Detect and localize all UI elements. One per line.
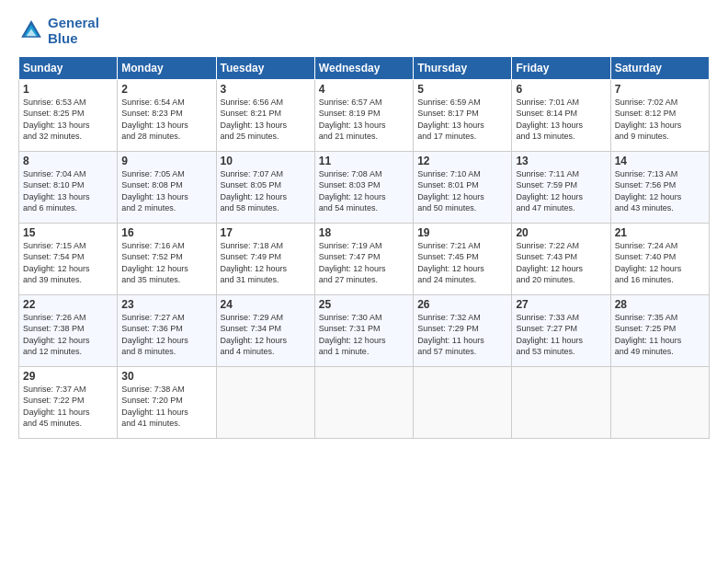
calendar-row: 1Sunrise: 6:53 AM Sunset: 8:25 PM Daylig… <box>19 79 710 151</box>
calendar-cell: 5Sunrise: 6:59 AM Sunset: 8:17 PM Daylig… <box>414 79 512 151</box>
weekday-header-cell: Saturday <box>610 56 709 79</box>
day-number: 11 <box>319 155 409 167</box>
calendar-cell: 16Sunrise: 7:16 AM Sunset: 7:52 PM Dayli… <box>118 223 216 294</box>
day-number: 26 <box>417 298 507 311</box>
day-number: 29 <box>23 370 113 383</box>
day-info: Sunrise: 7:21 AM Sunset: 7:45 PM Dayligh… <box>417 240 507 286</box>
day-info: Sunrise: 7:13 AM Sunset: 7:56 PM Dayligh… <box>615 168 705 214</box>
calendar-cell: 2Sunrise: 6:54 AM Sunset: 8:23 PM Daylig… <box>118 79 216 151</box>
day-number: 14 <box>615 155 705 167</box>
calendar-cell: 17Sunrise: 7:18 AM Sunset: 7:49 PM Dayli… <box>216 223 314 294</box>
calendar-cell: 26Sunrise: 7:32 AM Sunset: 7:29 PM Dayli… <box>414 294 512 366</box>
day-info: Sunrise: 7:22 AM Sunset: 7:43 PM Dayligh… <box>516 240 606 286</box>
calendar-cell: 20Sunrise: 7:22 AM Sunset: 7:43 PM Dayli… <box>512 223 610 294</box>
day-number: 12 <box>417 155 507 167</box>
calendar-cell: 28Sunrise: 7:35 AM Sunset: 7:25 PM Dayli… <box>610 294 709 366</box>
day-info: Sunrise: 7:27 AM Sunset: 7:36 PM Dayligh… <box>121 312 211 358</box>
calendar-cell <box>216 366 314 438</box>
calendar-table: SundayMondayTuesdayWednesdayThursdayFrid… <box>18 56 710 439</box>
calendar-cell <box>414 366 512 438</box>
day-info: Sunrise: 6:59 AM Sunset: 8:17 PM Dayligh… <box>417 97 507 143</box>
day-number: 18 <box>319 226 409 239</box>
logo-icon <box>18 17 44 43</box>
calendar-cell: 25Sunrise: 7:30 AM Sunset: 7:31 PM Dayli… <box>314 294 413 366</box>
calendar-cell: 12Sunrise: 7:10 AM Sunset: 8:01 PM Dayli… <box>414 151 512 223</box>
calendar-row: 29Sunrise: 7:37 AM Sunset: 7:22 PM Dayli… <box>19 366 710 438</box>
calendar-cell: 8Sunrise: 7:04 AM Sunset: 8:10 PM Daylig… <box>19 151 118 223</box>
calendar-cell: 3Sunrise: 6:56 AM Sunset: 8:21 PM Daylig… <box>216 79 314 151</box>
calendar-cell: 27Sunrise: 7:33 AM Sunset: 7:27 PM Dayli… <box>512 294 610 366</box>
calendar-cell: 21Sunrise: 7:24 AM Sunset: 7:40 PM Dayli… <box>610 223 709 294</box>
calendar-cell <box>314 366 413 438</box>
day-number: 15 <box>23 226 113 239</box>
calendar-row: 8Sunrise: 7:04 AM Sunset: 8:10 PM Daylig… <box>19 151 710 223</box>
calendar-row: 15Sunrise: 7:15 AM Sunset: 7:54 PM Dayli… <box>19 223 710 294</box>
day-number: 9 <box>121 155 211 167</box>
logo: General Blue <box>18 15 99 47</box>
day-info: Sunrise: 6:57 AM Sunset: 8:19 PM Dayligh… <box>319 97 409 143</box>
weekday-header-cell: Wednesday <box>314 56 413 79</box>
calendar-cell: 30Sunrise: 7:38 AM Sunset: 7:20 PM Dayli… <box>118 366 216 438</box>
day-info: Sunrise: 7:30 AM Sunset: 7:31 PM Dayligh… <box>319 312 409 358</box>
day-info: Sunrise: 6:54 AM Sunset: 8:23 PM Dayligh… <box>121 97 211 143</box>
day-info: Sunrise: 7:33 AM Sunset: 7:27 PM Dayligh… <box>516 312 606 358</box>
day-number: 17 <box>221 226 311 239</box>
day-info: Sunrise: 7:35 AM Sunset: 7:25 PM Dayligh… <box>615 312 705 358</box>
day-info: Sunrise: 7:15 AM Sunset: 7:54 PM Dayligh… <box>23 240 113 286</box>
day-number: 5 <box>417 83 507 96</box>
calendar-cell: 14Sunrise: 7:13 AM Sunset: 7:56 PM Dayli… <box>610 151 709 223</box>
calendar-cell: 18Sunrise: 7:19 AM Sunset: 7:47 PM Dayli… <box>314 223 413 294</box>
weekday-header-cell: Tuesday <box>216 56 314 79</box>
day-info: Sunrise: 7:24 AM Sunset: 7:40 PM Dayligh… <box>615 240 705 286</box>
day-info: Sunrise: 7:04 AM Sunset: 8:10 PM Dayligh… <box>23 168 113 214</box>
calendar-cell: 11Sunrise: 7:08 AM Sunset: 8:03 PM Dayli… <box>314 151 413 223</box>
day-number: 8 <box>23 155 113 167</box>
calendar-body: 1Sunrise: 6:53 AM Sunset: 8:25 PM Daylig… <box>19 79 710 438</box>
calendar-cell: 9Sunrise: 7:05 AM Sunset: 8:08 PM Daylig… <box>118 151 216 223</box>
day-info: Sunrise: 7:02 AM Sunset: 8:12 PM Dayligh… <box>615 97 705 143</box>
weekday-header-cell: Sunday <box>19 56 118 79</box>
calendar-cell: 10Sunrise: 7:07 AM Sunset: 8:05 PM Dayli… <box>216 151 314 223</box>
day-number: 21 <box>615 226 705 239</box>
day-number: 23 <box>121 298 211 311</box>
weekday-header-cell: Friday <box>512 56 610 79</box>
day-info: Sunrise: 6:53 AM Sunset: 8:25 PM Dayligh… <box>23 97 113 143</box>
day-info: Sunrise: 6:56 AM Sunset: 8:21 PM Dayligh… <box>221 97 311 143</box>
day-info: Sunrise: 7:18 AM Sunset: 7:49 PM Dayligh… <box>221 240 311 286</box>
calendar-cell: 24Sunrise: 7:29 AM Sunset: 7:34 PM Dayli… <box>216 294 314 366</box>
day-number: 3 <box>221 83 311 96</box>
calendar-cell <box>512 366 610 438</box>
calendar-cell: 19Sunrise: 7:21 AM Sunset: 7:45 PM Dayli… <box>414 223 512 294</box>
day-info: Sunrise: 7:08 AM Sunset: 8:03 PM Dayligh… <box>319 168 409 214</box>
calendar-cell: 6Sunrise: 7:01 AM Sunset: 8:14 PM Daylig… <box>512 79 610 151</box>
calendar-cell: 22Sunrise: 7:26 AM Sunset: 7:38 PM Dayli… <box>19 294 118 366</box>
day-number: 30 <box>121 370 211 383</box>
calendar-page: General Blue SundayMondayTuesdayWednesda… <box>0 0 728 563</box>
calendar-cell: 13Sunrise: 7:11 AM Sunset: 7:59 PM Dayli… <box>512 151 610 223</box>
day-info: Sunrise: 7:26 AM Sunset: 7:38 PM Dayligh… <box>23 312 113 358</box>
day-info: Sunrise: 7:11 AM Sunset: 7:59 PM Dayligh… <box>516 168 606 214</box>
day-info: Sunrise: 7:10 AM Sunset: 8:01 PM Dayligh… <box>417 168 507 214</box>
day-info: Sunrise: 7:19 AM Sunset: 7:47 PM Dayligh… <box>319 240 409 286</box>
calendar-cell: 23Sunrise: 7:27 AM Sunset: 7:36 PM Dayli… <box>118 294 216 366</box>
day-info: Sunrise: 7:37 AM Sunset: 7:22 PM Dayligh… <box>23 384 113 430</box>
day-number: 2 <box>121 83 211 96</box>
day-info: Sunrise: 7:07 AM Sunset: 8:05 PM Dayligh… <box>221 168 311 214</box>
day-number: 16 <box>121 226 211 239</box>
day-number: 24 <box>221 298 311 311</box>
weekday-header-cell: Thursday <box>414 56 512 79</box>
calendar-row: 22Sunrise: 7:26 AM Sunset: 7:38 PM Dayli… <box>19 294 710 366</box>
calendar-cell: 7Sunrise: 7:02 AM Sunset: 8:12 PM Daylig… <box>610 79 709 151</box>
day-info: Sunrise: 7:29 AM Sunset: 7:34 PM Dayligh… <box>221 312 311 358</box>
calendar-cell <box>610 366 709 438</box>
calendar-cell: 4Sunrise: 6:57 AM Sunset: 8:19 PM Daylig… <box>314 79 413 151</box>
day-info: Sunrise: 7:05 AM Sunset: 8:08 PM Dayligh… <box>121 168 211 214</box>
day-number: 27 <box>516 298 606 311</box>
day-info: Sunrise: 7:16 AM Sunset: 7:52 PM Dayligh… <box>121 240 211 286</box>
day-number: 19 <box>417 226 507 239</box>
calendar-cell: 1Sunrise: 6:53 AM Sunset: 8:25 PM Daylig… <box>19 79 118 151</box>
day-number: 6 <box>516 83 606 96</box>
day-number: 25 <box>319 298 409 311</box>
logo-text: General Blue <box>48 15 99 47</box>
day-info: Sunrise: 7:01 AM Sunset: 8:14 PM Dayligh… <box>516 97 606 143</box>
